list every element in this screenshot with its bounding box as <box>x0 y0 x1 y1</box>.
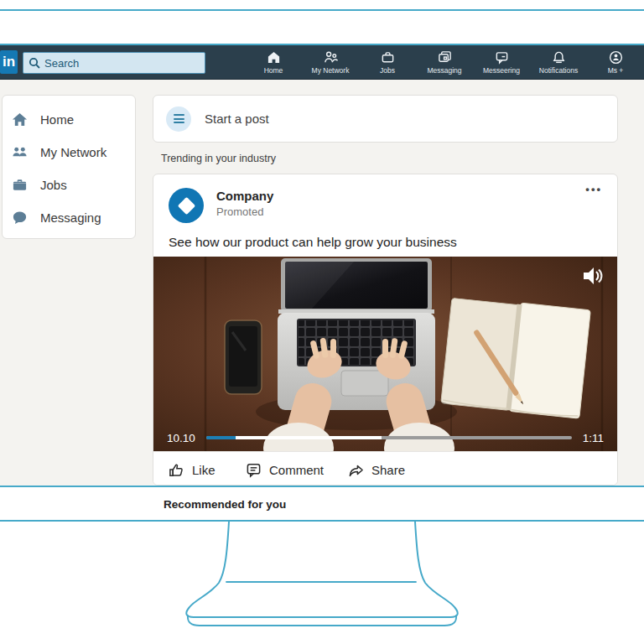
video-duration: 1:11 <box>583 432 604 444</box>
messeering-icon <box>495 50 509 65</box>
messaging-icon <box>12 210 28 226</box>
composer-prompt: Start a post <box>205 112 269 126</box>
sidebar-item-jobs[interactable]: Jobs <box>3 169 135 201</box>
home-icon <box>12 112 28 127</box>
video-player[interactable]: 10.10 1:11 <box>153 257 618 451</box>
company-name[interactable]: Company <box>216 189 273 203</box>
post-text: See how our product can help grow your b… <box>169 235 457 250</box>
like-icon <box>169 462 184 478</box>
me-icon <box>609 50 623 65</box>
my-network-icon <box>12 144 28 160</box>
nav-item-jobs[interactable]: Jobs <box>366 45 409 80</box>
nav-item-my-network[interactable]: My Network <box>309 45 352 80</box>
search-icon <box>29 57 40 69</box>
monitor-mockup: in Home My Network J <box>0 0 644 644</box>
home-icon <box>267 50 281 65</box>
video-thumbnail <box>153 257 618 451</box>
nav-item-messaging[interactable]: Messaging <box>423 45 466 80</box>
like-button[interactable]: Like <box>169 452 216 486</box>
nav-item-me[interactable]: Ms + <box>594 45 637 80</box>
nav-item-messeering[interactable]: Messeering <box>480 45 523 80</box>
comment-button[interactable]: Comment <box>246 452 324 486</box>
navbar-items: Home My Network Jobs Messaging <box>252 45 637 80</box>
messaging-icon <box>438 50 452 65</box>
video-progress-bar[interactable] <box>206 436 572 439</box>
composer-menu-icon <box>166 106 191 132</box>
comment-icon <box>246 462 262 478</box>
progress-played <box>206 436 236 439</box>
share-button[interactable]: Share <box>348 452 405 486</box>
volume-icon[interactable] <box>583 267 603 285</box>
video-current-time: 10.10 <box>167 432 195 444</box>
page-content: Home My Network Jobs Messaging <box>0 80 644 486</box>
feed-column: Start a post Trending in your industry C… <box>153 80 618 486</box>
monitor-stand <box>0 522 644 644</box>
sidebar-item-my-network[interactable]: My Network <box>3 136 135 169</box>
linkedin-logo[interactable]: in <box>0 50 18 74</box>
recommended-label: Recommended for you <box>164 498 286 511</box>
promoted-label: Promoted <box>216 205 263 218</box>
video-controls: 10.10 1:11 <box>153 429 618 446</box>
monitor-top-bezel-line <box>0 9 644 11</box>
diamond-icon <box>177 196 195 214</box>
sponsored-post-card: Company Promoted ••• See how our product… <box>153 174 618 486</box>
share-icon <box>348 462 364 478</box>
recommended-band: Recommended for you <box>0 487 644 520</box>
sidebar-item-home[interactable]: Home <box>3 103 135 136</box>
jobs-icon <box>12 177 28 193</box>
jobs-icon <box>381 50 395 65</box>
progress-buffered <box>236 436 382 439</box>
top-navbar: in Home My Network J <box>0 45 644 80</box>
notebook-graphic <box>441 295 591 418</box>
nav-item-notifications[interactable]: Notifications <box>537 45 580 80</box>
left-sidebar: Home My Network Jobs Messaging <box>2 95 136 239</box>
post-actions: Like Comment Share <box>153 451 617 486</box>
nav-item-home[interactable]: Home <box>252 45 295 80</box>
my-network-icon <box>324 50 338 65</box>
feed-section-label: Trending in your industry <box>161 153 276 164</box>
search-box[interactable] <box>23 52 205 74</box>
notifications-icon <box>552 50 566 65</box>
start-post-box[interactable]: Start a post <box>153 95 618 143</box>
monitor-screen-bottom-line <box>0 486 644 487</box>
sidebar-item-messaging[interactable]: Messaging <box>3 201 135 234</box>
search-input[interactable] <box>44 57 200 70</box>
company-logo[interactable] <box>169 188 204 223</box>
overflow-menu-icon[interactable]: ••• <box>585 183 602 195</box>
